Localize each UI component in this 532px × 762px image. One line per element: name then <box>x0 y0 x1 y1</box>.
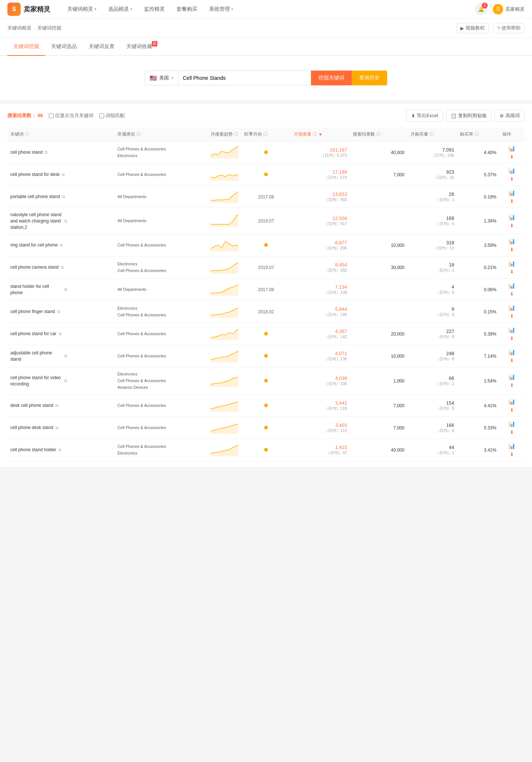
info-icon-trend[interactable]: ⓘ <box>234 131 238 137</box>
copy-icon[interactable]: ⧉ <box>45 150 48 155</box>
chart-icon[interactable]: 📊 <box>508 190 515 196</box>
nav-keywords[interactable]: 关键词精灵 ▾ <box>61 0 102 18</box>
checkbox-phrase-match-input[interactable] <box>99 113 104 118</box>
info-icon-volume[interactable]: ⓘ <box>313 131 317 137</box>
purchase-rate-cell: 5.37% <box>457 164 499 186</box>
copy-icon[interactable]: ⧉ <box>64 354 67 358</box>
info-icon-peak[interactable]: ⓘ <box>263 131 267 137</box>
th-monthly-volume[interactable]: 月搜索量ⓘ▼ <box>291 127 350 142</box>
checkbox-current-month-input[interactable] <box>49 113 54 118</box>
download-icon[interactable]: ⬇ <box>510 429 514 435</box>
download-icon[interactable]: ⬇ <box>510 452 514 457</box>
table-row: cell phone stand for car⧉Cell Phones & A… <box>7 323 525 345</box>
copy-icon[interactable]: ⧉ <box>62 172 65 177</box>
chart-icon[interactable]: 📊 <box>508 214 515 221</box>
checkbox-phrase-match[interactable]: 词组匹配 <box>99 112 125 119</box>
video-tutorial-button[interactable]: ▶ 视频教程 <box>456 23 489 33</box>
info-icon-keyword[interactable]: ⓘ <box>25 131 29 137</box>
help-button[interactable]: ? 使用帮助 <box>493 23 525 33</box>
download-icon[interactable]: ⬇ <box>510 407 514 413</box>
checkbox-current-month[interactable]: 仅显示当月关键词 <box>49 112 93 119</box>
table-row: cell phone stand holder⧉Cell Phones & Ac… <box>7 439 525 461</box>
keyword-cell: cell phone stand for video recording⧉ <box>7 367 115 395</box>
monthly-purchases-cell: 154（日均）5 <box>407 395 457 417</box>
chart-icon[interactable]: 📊 <box>508 238 515 245</box>
copy-icon[interactable]: ⧉ <box>64 219 67 224</box>
chart-icon[interactable]: 📊 <box>508 145 515 152</box>
copy-icon[interactable]: ⧉ <box>61 265 64 270</box>
download-icon[interactable]: ⬇ <box>510 382 514 388</box>
chart-icon[interactable]: 📊 <box>508 443 515 449</box>
main-header: S 卖家精灵 关键词精灵 ▾ 选品精灵 ▾ 监控精灵 套餐购买 系统管理 ▾ 🔔… <box>0 0 532 18</box>
nav-monitor[interactable]: 监控精灵 <box>138 0 171 18</box>
copy-icon[interactable]: ⧉ <box>57 309 60 314</box>
search-input[interactable] <box>178 71 311 85</box>
download-icon[interactable]: ⬇ <box>510 198 514 204</box>
search-area: 🇺🇸 美国 ▾ 挖掘关键词 查询历史 <box>0 56 532 100</box>
chart-icon[interactable]: 📊 <box>508 421 515 427</box>
chart-icon[interactable]: 📊 <box>508 282 515 289</box>
tab-keyword-mining[interactable]: 关键词挖掘 <box>7 38 45 56</box>
copy-icon[interactable]: ⧉ <box>55 425 58 430</box>
monthly-volume-cell: 7,134（日均）238 <box>291 279 350 301</box>
notification-button[interactable]: 🔔 2 <box>475 3 487 15</box>
download-icon[interactable]: ⬇ <box>510 291 514 297</box>
monthly-volume-cell: 4,039（日均）135 <box>291 367 350 395</box>
copy-icon[interactable]: ⧉ <box>64 287 67 292</box>
purchase-rate-value: 3.59% <box>484 243 497 248</box>
purchases-main: 18 <box>410 262 454 268</box>
export-excel-button[interactable]: ⬇ 导出Excel <box>406 110 443 122</box>
results-count: 搜索结果数： 88 <box>7 112 43 119</box>
chart-icon[interactable]: 📊 <box>508 374 515 380</box>
copy-icon[interactable]: ⧉ <box>62 194 65 199</box>
nav-system[interactable]: 系统管理 ▾ <box>203 0 239 18</box>
tab-keyword-selection[interactable]: 关键词选品 <box>45 38 83 56</box>
copy-clipboard-button[interactable]: 📋 复制到剪贴板 <box>446 110 492 122</box>
download-icon[interactable]: ⬇ <box>510 313 514 319</box>
volume-daily: （日均）5,372 <box>294 153 347 158</box>
chart-icon[interactable]: 📊 <box>508 349 515 356</box>
copy-icon[interactable]: ⧉ <box>59 331 62 336</box>
purchase-rate-value: 4.40% <box>484 150 497 155</box>
logo[interactable]: S 卖家精灵 <box>7 3 50 16</box>
purchase-rate-cell: 5.39% <box>457 323 499 345</box>
chart-icon[interactable]: 📊 <box>508 167 515 174</box>
monthly-volume-cell: 3,403（日均）113 <box>291 417 350 439</box>
download-icon[interactable]: ⬇ <box>510 223 514 228</box>
chart-icon[interactable]: 📊 <box>508 305 515 311</box>
copy-icon[interactable]: ⧉ <box>55 403 58 408</box>
info-icon-purchases[interactable]: ⓘ <box>429 131 434 137</box>
purchases-main: 4 <box>410 284 454 290</box>
info-icon-results[interactable]: ⓘ <box>376 131 381 137</box>
download-icon[interactable]: ⬇ <box>510 154 514 160</box>
tab-keyword-reverse[interactable]: 关键词反查 <box>83 38 120 56</box>
search-button[interactable]: 挖掘关键词 <box>311 71 352 85</box>
download-icon[interactable]: ⬇ <box>510 358 514 363</box>
download-icon[interactable]: ⬇ <box>510 269 514 275</box>
country-selector[interactable]: 🇺🇸 美国 ▾ <box>145 71 178 85</box>
nav-package[interactable]: 套餐购买 <box>171 0 203 18</box>
copy-icon[interactable]: ⧉ <box>58 448 61 452</box>
download-icon[interactable]: ⬇ <box>510 247 514 252</box>
copy-icon[interactable]: ⧉ <box>60 243 63 248</box>
breadcrumb-item-1[interactable]: 关键词精灵 <box>7 25 31 31</box>
history-button[interactable]: 查询历史 <box>352 71 387 85</box>
purchase-rate-value: 0.06% <box>484 287 497 292</box>
monthly-volume-cell: 3,442（日均）115 <box>291 395 350 417</box>
copy-icon[interactable]: ⧉ <box>64 378 67 383</box>
search-results-cell: 40,000 <box>350 142 407 164</box>
tab-keyword-favorites[interactable]: 关键词收藏 新 <box>120 38 158 56</box>
chart-icon[interactable]: 📊 <box>508 260 515 267</box>
download-icon[interactable]: ⬇ <box>510 176 514 182</box>
monthly-purchases-cell: 7,091（日均）236 <box>407 142 457 164</box>
info-icon-rate[interactable]: ⓘ <box>474 131 479 137</box>
chart-icon[interactable]: 📊 <box>508 398 515 405</box>
chart-icon[interactable]: 📊 <box>508 327 515 333</box>
nav-selection[interactable]: 选品精灵 ▾ <box>102 0 138 18</box>
advanced-button[interactable]: ⚙ 高级词 <box>495 110 525 122</box>
info-icon-category[interactable]: ⓘ <box>136 131 141 137</box>
user-button[interactable]: 卖 卖家精灵 <box>493 4 525 14</box>
purchase-rate-value: 1.54% <box>484 378 497 384</box>
download-icon[interactable]: ⬇ <box>510 336 514 341</box>
country-flag: 🇺🇸 <box>150 75 157 82</box>
